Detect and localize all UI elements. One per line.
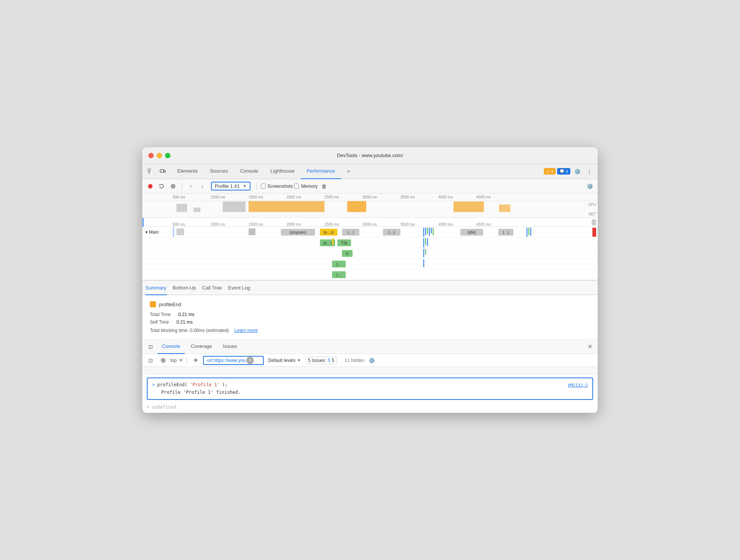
- device-toolbar-icon[interactable]: [157, 166, 168, 177]
- console-code-prefix: profileEnd(: [157, 381, 187, 389]
- tab-sources[interactable]: Sources: [204, 164, 234, 179]
- vm-ref[interactable]: VM3132:2: [568, 382, 588, 389]
- flame-row2: (a…) TJa: [142, 238, 598, 248]
- cpu-bar-peak: [347, 201, 366, 212]
- flame-row5: (…: [142, 269, 598, 280]
- svg-rect-2: [160, 170, 164, 172]
- title-bar: DevTools - www.youtube.com/: [142, 147, 598, 164]
- delete-profile-button[interactable]: 🗑: [319, 181, 329, 191]
- window-title: DevTools - www.youtube.com/: [337, 153, 403, 158]
- svg-point-4: [148, 184, 153, 189]
- record-button[interactable]: [145, 181, 155, 191]
- summary-total-time-row: Total Time 0.21 ms: [150, 312, 590, 317]
- scrollbar-handle[interactable]: [592, 219, 596, 225]
- screenshots-checkbox-label[interactable]: Screenshots: [261, 184, 293, 189]
- cpu-bar-gray: [176, 204, 187, 212]
- perf-settings-button[interactable]: ⚙️: [585, 181, 595, 191]
- ruler-bottom: 500 ms 1000 ms 1500 ms 2000 ms 2500 ms 3…: [142, 218, 598, 227]
- net-label: NET: [589, 212, 596, 216]
- blue-bars: [423, 228, 446, 237]
- summary-tabs: Summary Bottom-Up Call Tree Event Log: [142, 281, 598, 295]
- cpu-bar-gray2: [194, 208, 200, 212]
- tab-elements[interactable]: Elements: [171, 164, 204, 179]
- console-tab-coverage[interactable]: Coverage: [186, 340, 217, 354]
- console-line-1: > profileEnd('Profile 1'); VM3132:2: [152, 381, 588, 389]
- tab-call-tree[interactable]: Call Tree: [202, 281, 222, 295]
- learn-more-link[interactable]: Learn more: [235, 328, 258, 333]
- console-filter-input[interactable]: -url:https://www.you ✕: [203, 356, 264, 365]
- more-options-icon[interactable]: ⋮: [584, 166, 595, 177]
- upload-button[interactable]: ↑: [186, 181, 196, 191]
- flame-row4: (…: [142, 259, 598, 269]
- flame-main-row: ▾ Main (program) (a…s) (…) (…): [142, 227, 598, 238]
- flame-tja: TJa: [337, 239, 351, 246]
- flame-chart-container: ▾ Main (program) (a…s) (…) (…): [142, 227, 598, 280]
- minimize-button[interactable]: [157, 153, 162, 158]
- flame-b: b: [342, 250, 353, 257]
- tab-lighthouse[interactable]: Lighthouse: [265, 164, 301, 179]
- toolbar-divider2: [257, 182, 257, 190]
- flame-dot2: (…): [383, 229, 400, 236]
- console-tab-issues[interactable]: Issues: [218, 340, 242, 354]
- eye-icon[interactable]: 👁: [191, 356, 201, 365]
- main-label: ▾ Main: [142, 230, 173, 235]
- toolbar-divider: [182, 182, 182, 190]
- cpu-chart: CPU NET: [142, 201, 598, 218]
- download-button[interactable]: ↓: [197, 181, 207, 191]
- profile-select[interactable]: Profile 1 #1 ▼: [211, 182, 250, 190]
- console-close-button[interactable]: ✕: [585, 342, 595, 352]
- reload-record-button[interactable]: [157, 181, 167, 191]
- settings-icon[interactable]: ⚙️: [572, 166, 583, 177]
- close-button[interactable]: [148, 153, 154, 158]
- gray-block-mid: [249, 228, 255, 235]
- console-code-suffix: );: [222, 381, 227, 389]
- console-arrow: >: [152, 381, 155, 389]
- cpu-bar-orange: [249, 201, 324, 212]
- tab-event-log[interactable]: Event Log: [228, 281, 250, 295]
- tab-summary[interactable]: Summary: [145, 281, 167, 295]
- input-divider: [187, 357, 187, 364]
- profile-select-label: Profile 1 #1: [215, 183, 240, 189]
- console-bar: ⊡ Console Coverage Issues ✕: [142, 340, 598, 354]
- console-input-row: ⊡ top ▼ 👁 -url:https://www.you ✕ Default…: [142, 354, 598, 367]
- tab-bottom-up[interactable]: Bottom-Up: [173, 281, 196, 295]
- gray-block-left: [176, 228, 184, 235]
- console-profile-finished: Profile 'Profile 1' finished.: [161, 389, 241, 396]
- console-toggle-sidebar-icon[interactable]: ⊡: [145, 355, 156, 366]
- flame-as: (a…s): [320, 229, 337, 236]
- selection-indicator: [142, 218, 144, 227]
- devtools-window: DevTools - www.youtube.com/ Elements: [142, 147, 598, 412]
- log-levels-dropdown[interactable]: Default levels ▼: [266, 357, 303, 364]
- flame-dot5: (…: [332, 271, 346, 278]
- flame-row3: b: [142, 248, 598, 259]
- devtools-tab-bar: Elements Sources Console Lighthouse Perf…: [142, 164, 598, 179]
- context-dropdown[interactable]: ▼: [179, 358, 183, 362]
- flame-program: (program): [281, 229, 315, 236]
- red-bar: [592, 228, 596, 237]
- context-label: top: [170, 358, 177, 363]
- tab-more[interactable]: »: [341, 164, 356, 179]
- tab-performance[interactable]: Performance: [301, 164, 341, 179]
- cpu-net-area: 500 ms 1000 ms 1500 ms 2000 ms 2500 ms 3…: [142, 193, 598, 218]
- summary-self-time-row: Self Time 0.21 ms: [150, 319, 590, 325]
- memory-checkbox[interactable]: [294, 184, 299, 189]
- clear-button[interactable]: [168, 181, 178, 191]
- console-clear-log-icon[interactable]: [158, 356, 168, 365]
- console-settings-icon[interactable]: ⚙️: [367, 356, 377, 365]
- maximize-button[interactable]: [165, 153, 170, 158]
- message-badge[interactable]: 💬 5: [557, 168, 570, 175]
- flame-idle: (idle): [460, 229, 483, 236]
- tab-list: Elements Sources Console Lighthouse Perf…: [171, 164, 544, 179]
- flame-dot1: (…): [342, 229, 359, 236]
- tab-console[interactable]: Console: [234, 164, 265, 179]
- issues-badge[interactable]: 5 Issues: 5 5: [305, 357, 337, 364]
- screenshots-checkbox[interactable]: [261, 184, 266, 189]
- memory-checkbox-label[interactable]: Memory: [294, 184, 317, 189]
- inspect-icon[interactable]: [145, 166, 156, 177]
- main-flame-content: (program) (a…s) (…) (…): [173, 227, 598, 237]
- performance-toolbar: ↑ ↓ Profile 1 #1 ▼ Screenshots Memory 🗑 …: [142, 179, 598, 193]
- console-sidebar-icon[interactable]: ⊡: [145, 341, 156, 352]
- warning-badge[interactable]: ⚠ 4: [544, 168, 556, 175]
- console-tab-console[interactable]: Console: [157, 340, 185, 354]
- filter-clear-button[interactable]: ✕: [246, 357, 254, 364]
